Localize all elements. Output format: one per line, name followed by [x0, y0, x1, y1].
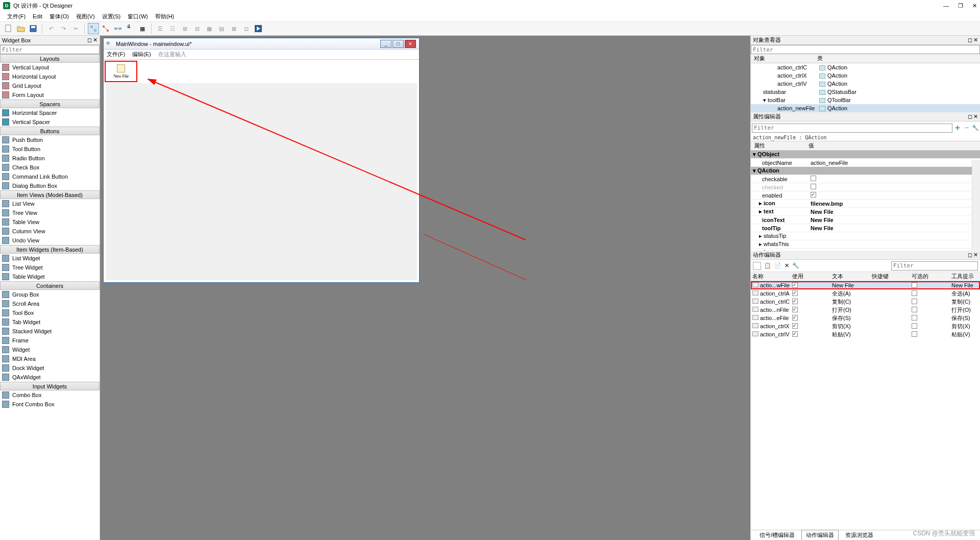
property-row[interactable]: checked: [751, 183, 980, 191]
property-value[interactable]: [808, 184, 980, 190]
property-row[interactable]: ▸ fontA [SimSun, 9]: [751, 249, 980, 251]
wb-item[interactable]: Scroll Area: [0, 299, 100, 308]
wb-item[interactable]: Stacked Widget: [0, 327, 100, 336]
tb-layout-f-icon[interactable]: ▤: [216, 23, 227, 34]
checkbox-icon[interactable]: [811, 184, 816, 189]
maximize-button[interactable]: ❐: [958, 3, 963, 9]
tb-extra-icon[interactable]: ▦: [137, 23, 148, 34]
ae-delete-icon[interactable]: ✕: [785, 262, 789, 269]
property-value[interactable]: New File: [808, 209, 980, 215]
remove-dynamic-prop-icon[interactable]: －: [963, 122, 971, 133]
tb-new-icon[interactable]: [3, 23, 14, 34]
checkbox-icon[interactable]: [912, 290, 917, 296]
dock-float-icon[interactable]: ◻: [968, 113, 972, 120]
menu-window[interactable]: 窗口(W): [125, 12, 151, 21]
menu-view[interactable]: 视图(V): [73, 12, 98, 21]
tb-signals-icon[interactable]: [100, 23, 111, 34]
wb-item[interactable]: Dock Widget: [0, 363, 100, 373]
wb-group-header[interactable]: Buttons: [0, 127, 100, 135]
action-row[interactable]: actio...nFile打开(O)打开(O): [751, 306, 980, 314]
wb-item[interactable]: Command Link Button: [0, 172, 100, 181]
wb-item[interactable]: Undo View: [0, 236, 100, 245]
wb-item[interactable]: Widget: [0, 345, 100, 354]
pe-col-val[interactable]: 值: [808, 142, 814, 150]
widget-box-filter[interactable]: [0, 45, 100, 54]
wb-item[interactable]: Font Combo Box: [0, 400, 100, 409]
tb-layout-v-icon[interactable]: ☷: [167, 23, 178, 34]
wb-item[interactable]: Combo Box: [0, 390, 100, 400]
dock-close-icon[interactable]: ✕: [973, 252, 978, 258]
dock-close-icon[interactable]: ✕: [973, 113, 978, 120]
menu-file[interactable]: 文件(F): [4, 12, 29, 21]
checkbox-icon[interactable]: [792, 282, 798, 288]
action-row[interactable]: action_ctrlC复制(C)复制(C): [751, 298, 980, 306]
property-row[interactable]: toolTipNew File: [751, 224, 980, 232]
checkbox-icon[interactable]: [912, 323, 917, 329]
checkbox-icon[interactable]: [912, 331, 917, 337]
tab-signal-slot[interactable]: 信号/槽编辑器: [755, 530, 799, 540]
ae-config-icon[interactable]: 🔧: [792, 262, 799, 269]
tb-layout-h-icon[interactable]: ☰: [155, 23, 166, 34]
object-tree-row[interactable]: action_ctrlVQAction: [751, 80, 980, 88]
oi-col-class[interactable]: 类: [817, 55, 823, 62]
action-editor-header[interactable]: 名称 使用 文本 快捷键 可选的 工具提示: [751, 272, 980, 281]
checkbox-icon[interactable]: [792, 323, 798, 329]
tb-preview-icon[interactable]: [253, 23, 264, 34]
property-value[interactable]: New File: [808, 225, 980, 231]
form-titlebar[interactable]: D MainWindow - mainwindow.ui* _ □ ✕: [104, 38, 419, 50]
wb-item[interactable]: Check Box: [0, 163, 100, 172]
checkbox-icon[interactable]: [792, 315, 798, 321]
property-row[interactable]: enabled: [751, 191, 980, 200]
checkbox-icon[interactable]: [912, 315, 917, 321]
property-row[interactable]: ▸ statusTip: [751, 232, 980, 240]
form-maximize-button[interactable]: □: [393, 40, 404, 48]
dock-close-icon[interactable]: ✕: [973, 37, 978, 43]
property-row[interactable]: checkable: [751, 175, 980, 183]
ae-col-name[interactable]: 名称: [751, 273, 791, 280]
pe-col-prop[interactable]: 属性: [751, 142, 808, 150]
wb-item[interactable]: Horizontal Spacer: [0, 108, 100, 117]
tb-tab-order-icon[interactable]: 1: [125, 23, 136, 34]
form-window[interactable]: D MainWindow - mainwindow.ui* _ □ ✕ 文件(F…: [103, 38, 420, 283]
action-row[interactable]: actio...wFileNew FileNew File: [751, 281, 980, 289]
tb-break-layout-icon[interactable]: ⊠: [228, 23, 239, 34]
wb-group-header[interactable]: Item Views (Model-Based): [0, 190, 100, 199]
dock-close-icon[interactable]: ✕: [93, 37, 97, 43]
mdi-area[interactable]: D MainWindow - mainwindow.ui* _ □ ✕ 文件(F…: [100, 36, 750, 540]
wb-item[interactable]: Grid Layout: [0, 81, 100, 90]
wb-item[interactable]: Column View: [0, 227, 100, 236]
wb-item[interactable]: List Widget: [0, 254, 100, 263]
wb-group-header[interactable]: Item Widgets (Item-Based): [0, 245, 100, 254]
property-header[interactable]: 属性 值: [751, 141, 980, 151]
wb-group-header[interactable]: Input Widgets: [0, 382, 100, 390]
wb-item[interactable]: Table Widget: [0, 272, 100, 281]
tb-adjust-size-icon[interactable]: ⊡: [240, 23, 252, 34]
checkbox-icon[interactable]: [792, 299, 798, 304]
property-value[interactable]: New File: [808, 217, 980, 223]
tb-layout-g-icon[interactable]: ▦: [204, 23, 215, 34]
ae-copy-icon[interactable]: 📋: [764, 262, 771, 269]
property-value[interactable]: A [SimSun, 9]: [808, 250, 980, 251]
property-row[interactable]: iconTextNew File: [751, 216, 980, 224]
action-row[interactable]: action_ctrlX剪切(X)剪切(X): [751, 322, 980, 330]
wb-item[interactable]: QAxWidget: [0, 373, 100, 382]
wb-item[interactable]: Tree Widget: [0, 263, 100, 272]
wb-group-header[interactable]: Layouts: [0, 54, 100, 63]
wb-item[interactable]: Push Button: [0, 135, 100, 144]
menu-edit[interactable]: Edit: [30, 12, 45, 20]
tab-resource-browser[interactable]: 资源浏览器: [841, 530, 878, 540]
checkbox-icon[interactable]: [912, 299, 917, 304]
close-button[interactable]: ✕: [972, 3, 977, 9]
property-scrollbar[interactable]: [972, 160, 980, 251]
form-menu-placeholder[interactable]: 在这里输入: [158, 51, 186, 58]
wb-item[interactable]: Tab Widget: [0, 317, 100, 327]
checkbox-icon[interactable]: [792, 331, 798, 337]
wb-group-header[interactable]: Spacers: [0, 100, 100, 108]
ae-col-used[interactable]: 使用: [791, 273, 830, 280]
object-tree-row[interactable]: action_ctrlXQAction: [751, 71, 980, 80]
property-value[interactable]: [808, 192, 980, 199]
wb-item[interactable]: List View: [0, 199, 100, 208]
form-menu-edit[interactable]: 编辑(E): [132, 51, 151, 58]
ae-col-checkable[interactable]: 可选的: [910, 273, 950, 280]
checkbox-icon[interactable]: [912, 282, 917, 288]
